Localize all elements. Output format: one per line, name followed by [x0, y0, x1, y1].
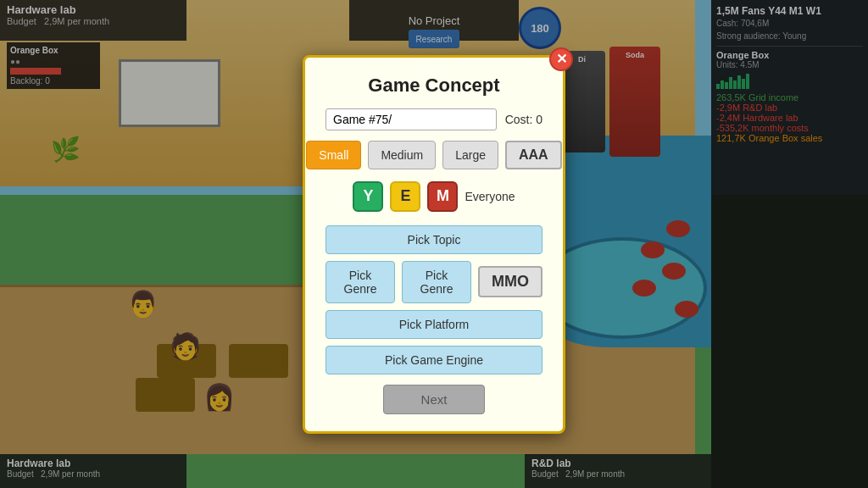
pick-platform-button[interactable]: Pick Platform: [326, 310, 542, 339]
game-name-input[interactable]: [326, 108, 497, 130]
size-large-button[interactable]: Large: [442, 141, 498, 169]
audience-label: Everyone: [465, 190, 515, 203]
next-button[interactable]: Next: [383, 385, 485, 414]
rating-m-label: M: [437, 187, 449, 205]
rating-y-badge[interactable]: Y: [353, 181, 383, 212]
size-small-button[interactable]: Small: [306, 141, 361, 169]
pick-genre-1-button[interactable]: Pick Genre: [326, 261, 395, 303]
pick-engine-button[interactable]: Pick Game Engine: [326, 346, 542, 374]
rating-m-badge[interactable]: M: [427, 181, 458, 212]
size-aaa-button[interactable]: AAA: [505, 141, 562, 169]
modal-overlay: ✕ Game Concept Cost: 0 Small Medium Larg…: [0, 0, 868, 488]
pick-genre-2-button[interactable]: Pick Genre: [402, 261, 471, 303]
pick-topic-button[interactable]: Pick Topic: [326, 225, 542, 254]
genre-row: Pick Genre Pick Genre MMO: [326, 261, 542, 303]
rating-e-label: E: [400, 187, 410, 205]
size-medium-button[interactable]: Medium: [368, 141, 436, 169]
size-row: Small Medium Large AAA: [326, 141, 542, 169]
game-concept-dialog: ✕ Game Concept Cost: 0 Small Medium Larg…: [303, 55, 565, 434]
rating-e-badge[interactable]: E: [390, 181, 420, 212]
close-icon: ✕: [556, 51, 567, 67]
dialog-title: Game Concept: [326, 75, 542, 97]
rating-y-label: Y: [363, 187, 373, 205]
cost-label: Cost: 0: [505, 113, 542, 126]
mmo-button[interactable]: MMO: [478, 266, 542, 297]
rating-row: Y E M Everyone: [326, 181, 542, 212]
name-row: Cost: 0: [326, 108, 542, 130]
close-button[interactable]: ✕: [549, 47, 573, 71]
